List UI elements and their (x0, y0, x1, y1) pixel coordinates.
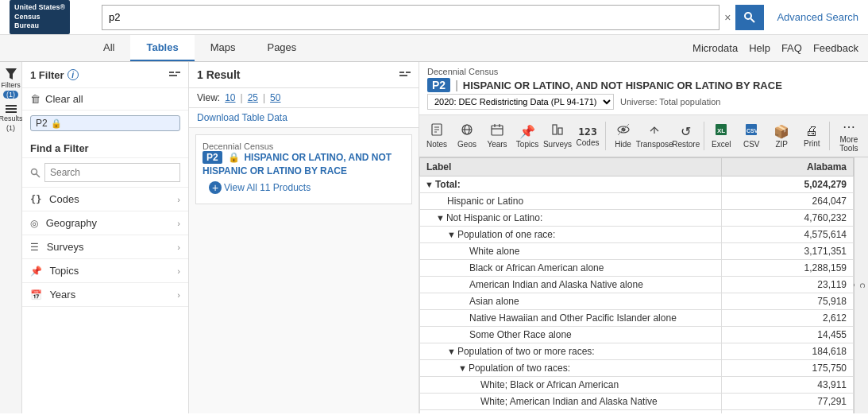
data-title-row: P2 | HISPANIC OR LATINO, AND NOT HISPANI… (427, 78, 860, 92)
collapse-row-button[interactable]: ▼ (447, 347, 456, 356)
svg-rect-6 (169, 72, 174, 73)
col-header-label: Label (420, 158, 722, 176)
side-annotations: C o l u m n N o t e s (854, 157, 868, 413)
svg-marker-2 (6, 68, 17, 80)
toolbar-csv-button[interactable]: CSV CSV (737, 121, 766, 151)
table-value-cell: 75,918 (722, 293, 854, 310)
search-input-top[interactable] (102, 5, 719, 30)
left-panel-collapse-button[interactable] (169, 68, 180, 81)
table-row-label: Hispanic or Latino (447, 196, 523, 207)
advanced-search-link[interactable]: Advanced Search (777, 11, 858, 23)
search-submit-button[interactable] (735, 5, 764, 30)
toolbar-hide-button[interactable]: Hide (609, 121, 638, 151)
toolbar-excel-button[interactable]: XL Excel (707, 121, 735, 151)
toolbar-restore-button[interactable]: ↺ Restore (672, 122, 700, 151)
tab-maps[interactable]: Maps (195, 35, 252, 61)
table-value-cell: 5,024,279 (722, 176, 854, 193)
svg-rect-21 (492, 126, 503, 135)
toolbar-topics-button[interactable]: 📌 Topics (513, 122, 542, 151)
years-icon: 📅 (30, 289, 42, 301)
table-value-cell: 4,575,614 (722, 227, 854, 243)
table-row-label: American Indian and Alaska Native alone (469, 279, 643, 290)
search-filter-input[interactable] (44, 163, 180, 182)
excel-label: Excel (712, 140, 731, 149)
left-panel: 1 Filter i 🗑 Clear all P2 🔒 Find a Filte… (22, 62, 189, 413)
toolbar-print-button[interactable]: 🖨 Print (797, 122, 826, 150)
nav-faq-link[interactable]: FAQ (781, 42, 802, 54)
view-all-plus-icon: + (209, 181, 222, 194)
geos-label: Geos (457, 140, 476, 149)
svg-rect-3 (6, 105, 17, 107)
toolbar-notes-button[interactable]: Notes (422, 121, 451, 151)
toolbar-more-tools-button[interactable]: ⋯ More Tools (833, 117, 865, 155)
universe-label: Universe: Total population (620, 97, 720, 107)
view-50[interactable]: 50 (270, 92, 280, 103)
collapse-row-button[interactable]: ▼ (447, 230, 456, 239)
find-filter-section: Find a Filter (22, 136, 188, 158)
nav-microdata-link[interactable]: Microdata (692, 42, 738, 54)
search-clear-button[interactable]: × (719, 11, 735, 24)
collapse-row-button[interactable]: ▼ (425, 180, 434, 189)
toolbar-codes-button[interactable]: 123 Codes (573, 123, 602, 149)
filters-side-button[interactable]: Filters (1) (1, 68, 21, 99)
table-label-cell: Native Hawaiian and Other Pacific Island… (420, 310, 722, 327)
nav-bar: All Tables Maps Pages Microdata Help FAQ… (0, 35, 868, 62)
data-meta-row: 2020: DEC Redistricting Data (PL 94-171)… (427, 94, 860, 110)
surveys-toolbar-icon (551, 123, 564, 139)
filter-section-years[interactable]: 📅 Years › (22, 283, 188, 307)
result-table-id-badge: P2 (203, 151, 222, 164)
result-card[interactable]: Decennial Census P2 🔒 HISPANIC OR LATINO… (195, 134, 412, 204)
view-25[interactable]: 25 (248, 92, 258, 103)
filter-info-icon[interactable]: i (68, 69, 79, 80)
print-icon: 🖨 (805, 124, 818, 138)
filters-side: Filters (1) Results (1) (0, 62, 22, 413)
svg-rect-11 (399, 72, 404, 73)
toolbar-surveys-button[interactable]: Surveys (543, 121, 572, 151)
nav-feedback-link[interactable]: Feedback (813, 42, 858, 54)
table-area: Label Alabama ▼Total:5,024,279Hispanic o… (419, 157, 868, 413)
geos-icon (461, 123, 473, 139)
data-table-title: HISPANIC OR LATINO, AND NOT HISPANIC OR … (463, 80, 782, 91)
tab-all[interactable]: All (87, 35, 130, 61)
notes-label: Notes (426, 140, 447, 149)
download-table-data-link[interactable]: Download Table Data (189, 108, 419, 128)
data-table-wrapper[interactable]: Label Alabama ▼Total:5,024,279Hispanic o… (419, 157, 854, 413)
surveys-icon: ☰ (30, 242, 39, 253)
toolbar-geos-button[interactable]: Geos (453, 121, 481, 151)
toolbar-transpose-button[interactable]: Transpose (639, 121, 670, 151)
filter-section-surveys[interactable]: ☰ Surveys › (22, 235, 188, 259)
table-row: Some Other Race alone14,455 (420, 327, 854, 343)
view-10[interactable]: 10 (225, 92, 235, 103)
year-dropdown[interactable]: 2020: DEC Redistricting Data (PL 94-171) (427, 94, 614, 110)
collapse-row-button[interactable]: ▼ (436, 213, 445, 223)
tab-pages[interactable]: Pages (251, 35, 312, 61)
results-side-button[interactable]: Results (1) (0, 105, 23, 132)
nav-help-link[interactable]: Help (749, 42, 770, 54)
filter-section-topics[interactable]: 📌 Topics › (22, 259, 188, 283)
toolbar-years-button[interactable]: Years (483, 121, 511, 151)
table-value-cell: 1,288,159 (722, 260, 854, 277)
table-row: ▼Not Hispanic or Latino:4,760,232 (420, 210, 854, 227)
topics-chevron-icon: › (177, 266, 180, 276)
notes-icon (430, 123, 443, 139)
table-row-label: White alone (469, 246, 519, 257)
svg-rect-4 (6, 108, 17, 110)
tab-tables[interactable]: Tables (130, 35, 194, 61)
filter-title: 1 Filter i (30, 69, 79, 81)
toolbar-separator-1 (605, 122, 606, 150)
svg-rect-26 (558, 128, 562, 134)
results-panel-collapse-button[interactable] (399, 68, 411, 81)
filter-section-codes[interactable]: {} Codes › (22, 188, 188, 211)
data-source-label: Decennial Census (427, 67, 860, 76)
p2-badge: P2 (427, 78, 450, 92)
toolbar-zip-button[interactable]: 📦 ZIP (767, 122, 796, 151)
view-all-products-link[interactable]: + View All 11 Products (203, 178, 405, 197)
collapse-row-button[interactable]: ▼ (458, 363, 467, 373)
years-toolbar-label: Years (487, 140, 507, 149)
clear-all-row[interactable]: 🗑 Clear all (22, 88, 188, 111)
filter-section-geography[interactable]: ◎ Geography › (22, 211, 188, 235)
zip-label: ZIP (775, 140, 788, 149)
restore-icon: ↺ (681, 124, 691, 139)
table-label-cell: Hispanic or Latino (420, 193, 722, 210)
table-value-cell: 4,760,232 (722, 210, 854, 227)
